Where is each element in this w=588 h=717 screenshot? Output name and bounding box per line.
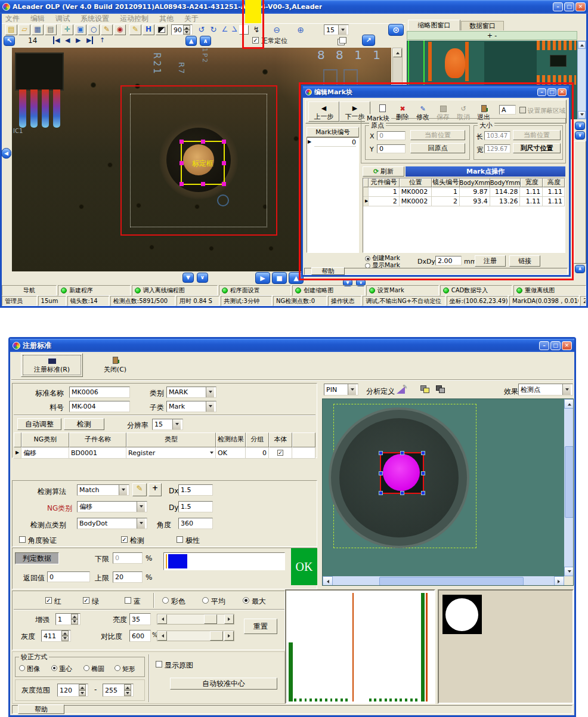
letter-input[interactable]: A xyxy=(499,105,516,115)
add-algo-button[interactable]: + xyxy=(148,483,162,496)
edit-button[interactable]: ✎ xyxy=(129,24,141,35)
pin-select[interactable]: PIN xyxy=(324,384,358,395)
table-row[interactable]: ▶ 2 MK0002 2 93.4 13.26 1.11 1.11 xyxy=(363,197,565,206)
slider-right-button[interactable] xyxy=(224,631,234,641)
spinner-arrows[interactable] xyxy=(79,684,86,696)
pan-tool-button[interactable]: ✛ xyxy=(61,24,73,35)
category-select[interactable]: MARK xyxy=(166,387,216,398)
menu-debug[interactable]: 调试 xyxy=(55,14,70,24)
brush-button[interactable]: ✎ xyxy=(132,483,147,496)
lower-limit-input[interactable]: 0 xyxy=(113,552,143,564)
center-chevron-button[interactable]: ∧ xyxy=(200,36,211,46)
type-cell-dropdown[interactable]: Register xyxy=(126,447,216,459)
link-button[interactable]: 链接 xyxy=(509,255,540,267)
scroll-left-button[interactable] xyxy=(323,576,333,586)
new-button[interactable]: ▤ xyxy=(5,24,17,35)
mark-grid-body[interactable]: ▶ 0 xyxy=(307,137,359,253)
standard-name-input[interactable]: MK0006 xyxy=(69,387,130,398)
thumbnail-zoom-bar[interactable]: + - xyxy=(407,31,577,40)
next-frame-button[interactable]: ▶ xyxy=(76,36,81,44)
draw-tool-button[interactable]: ✎ xyxy=(101,24,113,35)
dy-input[interactable]: 1.5 xyxy=(178,501,213,512)
dxdy-input[interactable]: 2.00 xyxy=(435,256,462,265)
step-program-surface[interactable]: 程序面设置 xyxy=(219,285,292,296)
angle-right-button[interactable]: ∠ xyxy=(230,25,239,35)
step-set-mark[interactable]: 设置Mark xyxy=(366,285,439,296)
image-mode-radio[interactable] xyxy=(19,665,25,671)
close-dialog-button[interactable]: 关闭(C) xyxy=(85,353,145,377)
max-mode-radio[interactable] xyxy=(243,597,249,604)
back-origin-button[interactable]: 回原点 xyxy=(410,143,465,153)
zoom-tool-button[interactable]: ○ xyxy=(88,24,100,35)
slider-left-button[interactable] xyxy=(157,614,167,624)
spinner-arrows[interactable] xyxy=(71,614,78,625)
refresh-button[interactable]: ⟳刷新 xyxy=(363,166,404,177)
prev-frame-button[interactable]: ◀ xyxy=(65,36,70,44)
table-row[interactable]: ▶ 偏移 BD0001 Register OK 0 ✓ xyxy=(14,447,315,459)
dx-input[interactable]: 1.5 xyxy=(178,484,213,496)
register-help-button[interactable]: 帮助 xyxy=(18,704,64,714)
center-up-button[interactable]: ▲ xyxy=(185,36,197,46)
power-button[interactable]: ⊙ xyxy=(388,24,404,36)
x-input[interactable]: 0 xyxy=(377,131,406,140)
thumbnail-scrollbar[interactable] xyxy=(577,41,586,119)
rotate-ccw-button[interactable]: ↺ xyxy=(196,25,207,35)
gray-range-low-spinner[interactable]: 120 xyxy=(57,684,88,697)
angle-spinner[interactable]: 90 xyxy=(171,24,193,35)
select-tool-button[interactable]: ▣ xyxy=(75,24,86,35)
step-cad-import[interactable]: CAD数据导入 xyxy=(440,285,513,296)
menu-motion[interactable]: 运动控制 xyxy=(120,14,148,24)
length-input[interactable]: 103.47 xyxy=(484,131,510,140)
point-category-select[interactable]: BodyDot xyxy=(77,518,147,529)
gray-range-high-spinner[interactable]: 255 xyxy=(103,684,134,697)
slider-thumb[interactable] xyxy=(204,614,217,624)
part-number-input[interactable]: MK-004 xyxy=(69,401,130,412)
thumb-scroll-up[interactable] xyxy=(578,41,586,49)
polarity-checkbox[interactable] xyxy=(177,536,183,543)
ellipse-mode-radio[interactable] xyxy=(83,665,89,671)
create-mark-radio[interactable] xyxy=(365,256,370,261)
inspection-image-view[interactable] xyxy=(322,398,574,586)
mark-help-button[interactable]: 帮助 xyxy=(311,267,345,275)
calibration-selection-rect[interactable]: 标定框 xyxy=(181,141,225,185)
mark-points-table[interactable]: 元件编号 位置 镜头编号 BodyXmm BodyYmm 宽度 高度 1 MK0… xyxy=(363,178,565,253)
detection-selection-rect[interactable] xyxy=(380,452,424,494)
target-tool-button[interactable]: ◉ xyxy=(114,24,126,35)
show-original-checkbox[interactable] xyxy=(156,661,162,667)
register-mark-button[interactable]: 注册 xyxy=(475,255,506,267)
maximize-button[interactable]: □ xyxy=(564,2,574,11)
side-button-2[interactable]: ∨ xyxy=(575,131,585,140)
stop-button[interactable]: ■ xyxy=(272,272,287,284)
menu-system[interactable]: 系统设置 xyxy=(81,14,109,24)
last-frame-button[interactable]: ▶ xyxy=(86,36,93,44)
subparts-table[interactable]: NG类别 子件名称 类型 检测结果 分组 本体 ▶ 偏移 BD0001 Regi… xyxy=(14,432,315,459)
width-input[interactable]: 129.67 xyxy=(484,144,510,153)
expand-view-button[interactable]: ↗ xyxy=(362,35,375,46)
average-mode-radio[interactable] xyxy=(202,597,209,604)
zoom-out-button[interactable]: ⊖ xyxy=(271,25,282,35)
normal-locate-checkbox[interactable]: ✓ xyxy=(252,37,259,44)
up-frame-button[interactable]: ↑ xyxy=(100,36,105,44)
play-button[interactable]: ▶ xyxy=(255,272,270,284)
close-button[interactable]: ✕ xyxy=(562,341,572,350)
color-mode-radio[interactable] xyxy=(162,597,169,604)
layers-button-1[interactable] xyxy=(420,385,431,394)
effect-select[interactable]: 检测点 xyxy=(518,384,573,395)
table-row[interactable]: 1 MK0002 1 9.87 114.28 1.11 1.11 xyxy=(363,187,565,197)
y-input[interactable]: 0 xyxy=(377,144,406,153)
step-redo-offline[interactable]: 重做离线图 xyxy=(513,285,586,296)
angle-verify-checkbox[interactable] xyxy=(19,536,26,543)
step-load-offline[interactable]: 调入离线编程图 xyxy=(132,285,218,296)
first-frame-button[interactable]: ◀ xyxy=(53,36,60,44)
down-button[interactable]: ▼ xyxy=(182,273,194,283)
hscroll-thumb[interactable] xyxy=(379,577,524,586)
centroid-mode-radio[interactable] xyxy=(51,665,57,671)
reset-button[interactable]: 重置 xyxy=(244,619,277,634)
spinner-arrows[interactable] xyxy=(124,684,131,696)
thumb-scroll-down[interactable] xyxy=(578,111,586,119)
prev-step-button[interactable]: ◀上一步 xyxy=(308,101,339,122)
side-button-1[interactable]: ∨ xyxy=(575,122,585,130)
detect-checkbox[interactable]: ✓ xyxy=(121,536,128,543)
close-button[interactable]: ✕ xyxy=(558,88,567,96)
upper-limit-input[interactable]: 20 xyxy=(113,571,143,583)
